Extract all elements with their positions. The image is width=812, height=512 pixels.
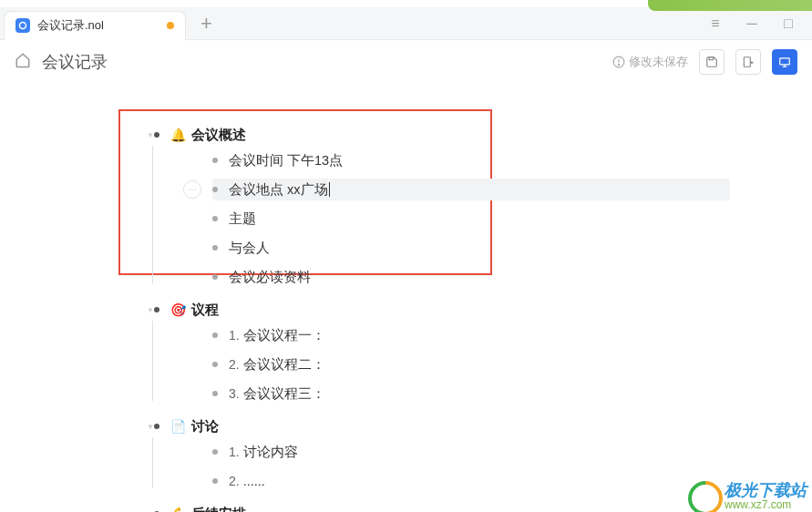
maximize-button[interactable]: □	[779, 15, 797, 32]
promo-banner	[648, 0, 812, 11]
caret-icon[interactable]: ▼	[147, 306, 154, 314]
bullet-icon	[212, 391, 218, 396]
tab-dirty-indicator	[167, 22, 174, 29]
item-text[interactable]: 会议必读资料	[229, 269, 311, 286]
outline-item-row[interactable]: 主题	[212, 208, 730, 230]
section-header[interactable]: ▼🔔会议概述	[154, 124, 730, 146]
bullet-icon	[212, 187, 218, 192]
outline-item-row[interactable]: 1.讨论内容	[212, 441, 730, 463]
list-number: 2.	[229, 357, 240, 372]
outline-item-row[interactable]: 2.......	[212, 470, 730, 492]
item-text[interactable]: 会议议程一：	[243, 327, 325, 344]
outline-section: ▼📄讨论1.讨论内容2.......	[132, 412, 730, 499]
minimize-button[interactable]: ─	[743, 15, 761, 32]
item-text[interactable]: 会议议程三：	[243, 385, 325, 403]
section-header[interactable]: ▼🎯议程	[154, 299, 730, 321]
caret-icon[interactable]: ▼	[147, 131, 154, 139]
item-text[interactable]: 主题	[229, 210, 256, 228]
outline-item-row[interactable]: 与会人	[212, 237, 730, 259]
outline-section: ▼🎯议程1.会议议程一：2.会议议程二：3.会议议程三：	[132, 295, 730, 412]
new-tab-button[interactable]: +	[200, 14, 212, 34]
outline-item: 3.会议议程三：	[180, 379, 730, 408]
caret-icon[interactable]: ▼	[147, 423, 154, 431]
svg-rect-4	[709, 57, 714, 60]
bullet-icon	[154, 307, 159, 312]
toolbar: 会议记录 修改未保存	[0, 40, 812, 84]
list-number: 1.	[229, 328, 240, 343]
bullet-icon	[212, 245, 218, 251]
unsaved-status: 修改未保存	[612, 54, 688, 70]
tree-line	[152, 437, 153, 488]
outline-item: 主题	[180, 204, 730, 233]
bullet-icon	[212, 333, 218, 338]
window-chrome	[0, 0, 812, 7]
outline-item: 与会人	[180, 233, 730, 262]
outline-item-row[interactable]: 会议必读资料	[212, 266, 730, 288]
toolbar-right: 修改未保存	[612, 49, 797, 75]
tab-active[interactable]: 会议记录.nol	[4, 11, 186, 40]
bullet-icon	[154, 424, 159, 429]
section-header[interactable]: ▼📄讨论	[154, 415, 730, 437]
watermark-logo	[688, 481, 719, 512]
list-number: 3.	[229, 386, 240, 401]
tab-title: 会议记录.nol	[37, 17, 159, 34]
item-text[interactable]: 会议时间 下午13点	[229, 152, 343, 169]
bullet-icon	[212, 478, 218, 484]
watermark: 极光下载站 www.xz7.com	[688, 481, 807, 512]
tree-line	[152, 146, 153, 284]
section-emoji-icon: 💪	[170, 507, 186, 512]
item-text[interactable]: ......	[243, 474, 265, 488]
section-header[interactable]: ▼💪后续安排	[154, 503, 730, 512]
outline-item-row[interactable]: 3.会议议程三：	[212, 383, 730, 404]
item-text[interactable]: 讨论内容	[243, 444, 298, 461]
item-text[interactable]: 会议议程二：	[243, 356, 325, 374]
app-icon	[15, 18, 30, 33]
outline-item: 1.会议议程一：	[180, 321, 730, 350]
outline-item: ⋯会议地点 xx广场	[180, 175, 730, 204]
bullet-icon	[212, 362, 218, 367]
outline-item-row[interactable]: 会议时间 下午13点	[212, 149, 730, 171]
export-button[interactable]	[735, 49, 761, 75]
bullet-icon	[212, 274, 218, 280]
save-button[interactable]	[699, 49, 725, 75]
tab-bar: 会议记录.nol + ≡ ─ □	[0, 7, 812, 40]
section-emoji-icon: 📄	[170, 419, 186, 434]
watermark-name: 极光下载站	[725, 482, 807, 500]
section-title[interactable]: 会议概述	[191, 127, 246, 144]
outline-root: ▼🔔会议概述会议时间 下午13点⋯会议地点 xx广场主题与会人会议必读资料▼🎯议…	[0, 120, 812, 512]
window-controls: ≡ ─ □	[706, 15, 812, 32]
outline-item-row[interactable]: ⋯会议地点 xx广场	[212, 179, 730, 200]
outline-section: ▼💪后续安排任务一任务二	[132, 499, 730, 512]
content-area: ▼🔔会议概述会议时间 下午13点⋯会议地点 xx广场主题与会人会议必读资料▼🎯议…	[0, 84, 812, 512]
outline-item: 会议必读资料	[180, 262, 730, 292]
section-emoji-icon: 🔔	[170, 128, 186, 142]
section-title[interactable]: 后续安排	[191, 506, 246, 513]
outline-item-row[interactable]: 2.会议议程二：	[212, 353, 730, 375]
bullet-icon	[154, 132, 159, 138]
outline-item: 2.会议议程二：	[180, 350, 730, 379]
outline-item: 1.讨论内容	[180, 437, 730, 466]
section-emoji-icon: 🎯	[170, 302, 186, 317]
list-number: 2.	[229, 474, 240, 488]
svg-rect-5	[744, 57, 750, 67]
menu-icon[interactable]: ≡	[706, 15, 725, 32]
item-text[interactable]: 与会人	[229, 240, 270, 257]
svg-point-3	[618, 64, 619, 65]
text-cursor	[329, 182, 330, 197]
bullet-icon	[212, 216, 218, 221]
svg-point-0	[20, 23, 26, 29]
watermark-url: www.xz7.com	[725, 499, 807, 511]
list-number: 1.	[229, 445, 240, 459]
section-title[interactable]: 议程	[191, 302, 219, 319]
bullet-icon	[212, 449, 218, 455]
outline-item: 会议时间 下午13点	[180, 146, 730, 175]
present-button[interactable]	[772, 49, 797, 75]
drag-handle-icon[interactable]: ⋯	[183, 180, 201, 199]
svg-rect-6	[780, 58, 790, 65]
outline-item: 2.......	[180, 466, 730, 496]
item-text[interactable]: 会议地点 xx广场	[229, 181, 328, 199]
section-title[interactable]: 讨论	[191, 418, 219, 435]
outline-item-row[interactable]: 1.会议议程一：	[212, 324, 730, 346]
home-icon[interactable]	[15, 52, 31, 73]
outline-section: ▼🔔会议概述会议时间 下午13点⋯会议地点 xx广场主题与会人会议必读资料	[132, 120, 730, 295]
